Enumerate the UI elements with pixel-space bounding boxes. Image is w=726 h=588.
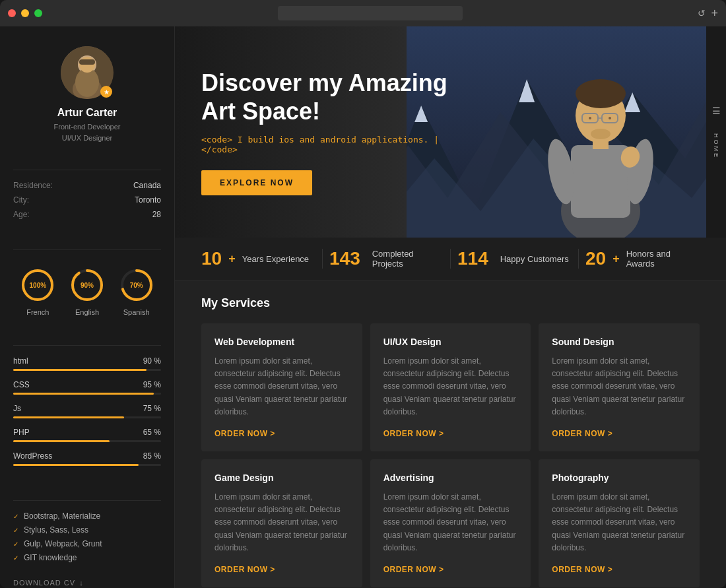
- spanish-circle: 70%: [119, 267, 154, 303]
- explore-button[interactable]: EXPLORE NOW: [201, 170, 312, 195]
- stat-projects: 143 Completed Projects: [329, 248, 444, 269]
- hero-title: Discover my Amazing Art Space!: [201, 69, 478, 125]
- service-ad-name: Advertising: [383, 473, 518, 483]
- avatar-wrapper: ★: [61, 46, 114, 99]
- spanish-label: Spanish: [123, 308, 150, 316]
- check-icon-1: ✓: [13, 513, 18, 520]
- city-value: Toronto: [135, 195, 161, 205]
- checklist-item-3: ✓ Gulp, Webpack, Grunt: [13, 539, 161, 548]
- languages-section: 100% French 90% English: [13, 261, 161, 320]
- download-icon: ↓: [79, 579, 84, 587]
- browser-window: bslthemes.com ↺ +: [0, 0, 726, 588]
- service-ad-link[interactable]: ORDER NOW >: [383, 565, 518, 574]
- skill-wordpress: WordPress 85 %: [13, 451, 161, 466]
- service-card-sound: Sound Design Lorem ipsum dolor sit amet,…: [539, 323, 700, 451]
- profile-title: Front-end Developer UI/UX Designer: [54, 121, 121, 143]
- skill-wp-name: WordPress: [13, 451, 52, 461]
- service-photo-name: Photography: [552, 473, 686, 483]
- lang-circles: 100% French 90% English: [13, 267, 161, 316]
- stat-projects-number: 143: [329, 248, 360, 269]
- svg-point-26: [576, 79, 626, 108]
- svg-point-31: [609, 117, 611, 119]
- skill-html-pct: 90 %: [143, 356, 161, 366]
- divider-4: [13, 500, 161, 501]
- skill-js-name: Js: [13, 404, 21, 413]
- french-percent: 100%: [30, 282, 47, 289]
- skill-php-name: PHP: [13, 428, 30, 437]
- refresh-icon[interactable]: ↺: [698, 8, 706, 18]
- divider-1: [13, 170, 161, 170]
- stat-honors-label: Honors and Awards: [626, 249, 700, 269]
- main-content: ☰: [175, 26, 726, 588]
- skill-php: PHP 65 %: [13, 428, 161, 442]
- new-tab-button[interactable]: +: [711, 7, 718, 20]
- service-sound-link[interactable]: ORDER NOW >: [552, 429, 686, 438]
- service-web-link[interactable]: ORDER NOW >: [214, 429, 349, 438]
- services-section: My Services Web Development Lorem ipsum …: [175, 280, 726, 588]
- menu-icon[interactable]: ☰: [712, 106, 721, 116]
- french-circle: 100%: [20, 267, 55, 303]
- info-age: Age: 28: [13, 210, 161, 219]
- hero-section: Discover my Amazing Art Space! <code> I …: [175, 26, 726, 238]
- app-container: ★ Artur Carter Front-end Developer UI/UX…: [0, 26, 726, 588]
- french-label: French: [26, 308, 49, 316]
- stats-bar: 10 + Years Experience 143 Completed Proj…: [175, 238, 726, 280]
- lang-spanish: 70% Spanish: [119, 267, 154, 316]
- url-input[interactable]: bslthemes.com: [278, 6, 463, 20]
- service-web-desc: Lorem ipsum dolor sit amet, consectetur …: [214, 355, 349, 418]
- stat-honors: 20 + Honors and Awards: [585, 248, 700, 269]
- stat-experience-number: 10: [201, 248, 222, 269]
- service-card-ux: UI/UX Design Lorem ipsum dolor sit amet,…: [370, 323, 531, 451]
- stat-divider-1: [322, 249, 323, 269]
- minimize-button[interactable]: [21, 9, 29, 17]
- hero-person-area: [535, 40, 667, 238]
- close-button[interactable]: [8, 9, 16, 17]
- checklist-item-4: ✓ GIT knowledge: [13, 553, 161, 562]
- stat-divider-3: [578, 249, 579, 269]
- check-icon-2: ✓: [13, 527, 18, 534]
- residence-value: Canada: [133, 181, 161, 190]
- hero-subtitle: <code> I build ios and android applicati…: [201, 135, 478, 154]
- checklist-item-1: ✓ Bootstrap, Materialize: [13, 511, 161, 521]
- hero-text-block: Discover my Amazing Art Space! <code> I …: [201, 69, 478, 195]
- skill-html-name: html: [13, 356, 28, 366]
- stat-experience: 10 + Years Experience: [201, 248, 315, 269]
- skill-css-name: CSS: [13, 380, 30, 389]
- service-photo-link[interactable]: ORDER NOW >: [552, 565, 686, 574]
- english-label: English: [75, 308, 99, 316]
- skills-section: html 90 % CSS 95 % Js 75 %: [13, 356, 161, 475]
- skill-js-pct: 75 %: [143, 404, 161, 413]
- checklist-item-2: ✓ Stylus, Sass, Less: [13, 525, 161, 535]
- stat-customers-number: 114: [457, 248, 488, 269]
- service-ux-desc: Lorem ipsum dolor sit amet, consectetur …: [383, 355, 518, 418]
- tech-checklist: ✓ Bootstrap, Materialize ✓ Stylus, Sass,…: [13, 511, 161, 567]
- svg-point-30: [589, 117, 591, 119]
- service-web-name: Web Development: [214, 337, 349, 347]
- browser-bar: bslthemes.com ↺ +: [0, 0, 726, 26]
- sidebar: ★ Artur Carter Front-end Developer UI/UX…: [0, 26, 175, 588]
- download-cv-label: DOWNLOAD CV: [13, 579, 75, 587]
- english-percent: 90%: [81, 282, 94, 289]
- services-grid: Web Development Lorem ipsum dolor sit am…: [201, 323, 700, 587]
- skill-html: html 90 %: [13, 356, 161, 371]
- service-ux-name: UI/UX Design: [383, 337, 518, 347]
- stat-honors-plus: +: [612, 252, 620, 266]
- service-card-photo: Photography Lorem ipsum dolor sit amet, …: [539, 459, 700, 587]
- stat-honors-number: 20: [585, 248, 606, 269]
- svg-rect-5: [79, 59, 95, 65]
- stat-projects-label: Completed Projects: [372, 249, 444, 269]
- stat-experience-plus: +: [228, 252, 236, 266]
- service-game-link[interactable]: ORDER NOW >: [214, 565, 349, 574]
- maximize-button[interactable]: [34, 9, 42, 17]
- skill-css: CSS 95 %: [13, 380, 161, 395]
- check-icon-3: ✓: [13, 540, 18, 548]
- service-ad-desc: Lorem ipsum dolor sit amet, consectetur …: [383, 491, 518, 554]
- download-cv-button[interactable]: DOWNLOAD CV ↓: [13, 579, 161, 587]
- browser-url-bar: bslthemes.com: [48, 6, 692, 20]
- home-label[interactable]: HOME: [713, 133, 719, 159]
- stat-divider-2: [450, 249, 451, 269]
- services-title: My Services: [201, 296, 700, 310]
- service-ux-link[interactable]: ORDER NOW >: [383, 429, 518, 438]
- residence-label: Residence:: [13, 181, 53, 190]
- divider-2: [13, 249, 161, 250]
